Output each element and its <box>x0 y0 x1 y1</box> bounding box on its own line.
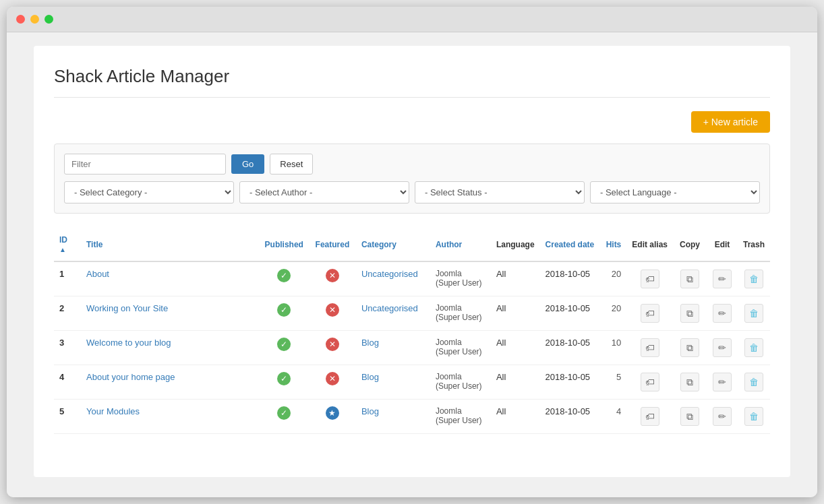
col-copy: Copy <box>673 230 707 261</box>
cell-title: About your home page <box>81 365 260 400</box>
filter-input[interactable] <box>64 154 226 175</box>
language-select[interactable]: - Select Language - <box>590 181 760 203</box>
edit-alias-icon[interactable]: 🏷 <box>641 270 659 288</box>
published-check-icon[interactable]: ✓ <box>277 303 291 317</box>
edit-icon[interactable]: ✏ <box>713 407 732 426</box>
col-featured[interactable]: Featured <box>309 230 356 261</box>
cell-edit-alias: 🏷 <box>626 261 673 296</box>
status-select[interactable]: - Select Status - <box>415 181 585 203</box>
maximize-button[interactable] <box>45 15 53 24</box>
category-link[interactable]: Uncategorised <box>361 303 418 313</box>
cell-date: 2018-10-05 <box>540 400 600 434</box>
category-select[interactable]: - Select Category - <box>64 181 234 203</box>
published-check-icon[interactable]: ✓ <box>277 269 291 282</box>
edit-icon[interactable]: ✏ <box>713 338 732 357</box>
reset-button[interactable]: Reset <box>270 154 313 175</box>
published-check-icon[interactable]: ✓ <box>277 338 291 351</box>
articles-table: ID ▲ Title Published Featured Category A… <box>54 230 770 434</box>
cell-title: Your Modules <box>81 400 260 434</box>
col-created-date[interactable]: Created date <box>540 230 600 261</box>
filter-section: Go Reset - Select Category - - Select Au… <box>54 144 770 214</box>
cell-copy: ⧉ <box>673 365 707 400</box>
cell-trash: 🗑 <box>738 400 770 434</box>
edit-alias-icon[interactable]: 🏷 <box>641 407 659 426</box>
edit-alias-icon[interactable]: 🏷 <box>641 304 659 323</box>
edit-icon[interactable]: ✏ <box>713 304 732 323</box>
featured-star-icon[interactable]: ★ <box>326 406 339 420</box>
copy-icon[interactable]: ⧉ <box>680 270 699 288</box>
trash-icon[interactable]: 🗑 <box>744 304 763 323</box>
article-link[interactable]: Working on Your Site <box>86 303 168 313</box>
cell-trash: 🗑 <box>738 296 770 331</box>
cell-language: All <box>491 331 540 365</box>
featured-x-icon[interactable]: ✕ <box>326 372 339 385</box>
filter-row-1: Go Reset <box>64 154 760 175</box>
cell-date: 2018-10-05 <box>540 296 600 331</box>
copy-icon[interactable]: ⧉ <box>680 304 699 323</box>
cell-author: Joomla (Super User) <box>430 365 491 400</box>
col-category[interactable]: Category <box>356 230 430 261</box>
trash-icon[interactable]: 🗑 <box>744 270 763 288</box>
cell-trash: 🗑 <box>738 365 770 400</box>
table-row: 3 Welcome to your blog ✓ ✕ Blog Joomla (… <box>54 331 770 365</box>
category-link[interactable]: Blog <box>361 338 379 348</box>
cell-date: 2018-10-05 <box>540 261 600 296</box>
cell-edit-alias: 🏷 <box>626 365 673 400</box>
cell-author: Joomla (Super User) <box>430 261 491 296</box>
category-link[interactable]: Blog <box>361 406 379 416</box>
cell-edit: ✏ <box>707 296 738 331</box>
article-link[interactable]: About your home page <box>86 372 175 382</box>
title-bar <box>7 7 817 32</box>
cell-language: All <box>491 261 540 296</box>
edit-icon[interactable]: ✏ <box>713 270 732 288</box>
copy-icon[interactable]: ⧉ <box>680 407 699 426</box>
cell-language: All <box>491 400 540 434</box>
col-title[interactable]: Title <box>81 230 260 261</box>
cell-edit: ✏ <box>707 400 738 434</box>
copy-icon[interactable]: ⧉ <box>680 338 699 357</box>
trash-icon[interactable]: 🗑 <box>744 373 763 391</box>
cell-id: 4 <box>54 365 81 400</box>
col-edit-alias: Edit alias <box>626 230 673 261</box>
edit-icon[interactable]: ✏ <box>713 373 732 391</box>
cell-featured: ✕ <box>309 261 356 296</box>
trash-icon[interactable]: 🗑 <box>744 407 763 426</box>
published-check-icon[interactable]: ✓ <box>277 406 291 420</box>
close-button[interactable] <box>16 15 25 24</box>
cell-edit-alias: 🏷 <box>626 331 673 365</box>
minimize-button[interactable] <box>30 15 39 24</box>
article-link[interactable]: About <box>86 269 109 279</box>
col-author[interactable]: Author <box>430 230 491 261</box>
featured-x-icon[interactable]: ✕ <box>326 303 339 317</box>
copy-icon[interactable]: ⧉ <box>680 373 699 391</box>
trash-icon[interactable]: 🗑 <box>744 338 763 357</box>
col-hits[interactable]: Hits <box>599 230 626 261</box>
cell-edit: ✏ <box>707 261 738 296</box>
cell-author: Joomla (Super User) <box>430 400 491 434</box>
cell-published: ✓ <box>260 261 309 296</box>
cell-id: 3 <box>54 331 81 365</box>
cell-category: Uncategorised <box>356 296 430 331</box>
featured-x-icon[interactable]: ✕ <box>326 269 339 282</box>
cell-date: 2018-10-05 <box>540 365 600 400</box>
author-select[interactable]: - Select Author - <box>239 181 409 203</box>
cell-published: ✓ <box>260 400 309 434</box>
published-check-icon[interactable]: ✓ <box>277 372 291 385</box>
cell-category: Blog <box>356 365 430 400</box>
article-link[interactable]: Your Modules <box>86 406 140 416</box>
category-link[interactable]: Uncategorised <box>361 269 418 279</box>
edit-alias-icon[interactable]: 🏷 <box>641 373 659 391</box>
new-article-button[interactable]: + New article <box>691 111 770 133</box>
edit-alias-icon[interactable]: 🏷 <box>641 338 659 357</box>
col-id-label[interactable]: ID <box>59 235 67 245</box>
table-row: 1 About ✓ ✕ Uncategorised Joomla (Super … <box>54 261 770 296</box>
go-button[interactable]: Go <box>231 154 264 174</box>
category-link[interactable]: Blog <box>361 372 379 382</box>
cell-copy: ⧉ <box>673 331 707 365</box>
col-id-arrow: ▲ <box>59 246 66 253</box>
col-published[interactable]: Published <box>260 230 309 261</box>
cell-edit-alias: 🏷 <box>626 296 673 331</box>
featured-x-icon[interactable]: ✕ <box>326 338 339 351</box>
cell-title: About <box>81 261 260 296</box>
article-link[interactable]: Welcome to your blog <box>86 338 171 348</box>
